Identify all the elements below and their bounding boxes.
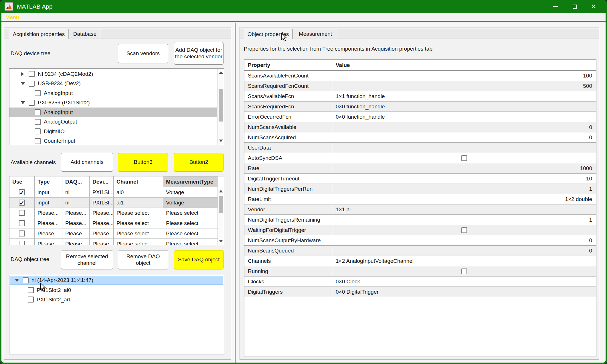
scroll-up-arrow-icon[interactable] bbox=[219, 71, 223, 74]
chevron-down-icon[interactable] bbox=[15, 279, 20, 282]
daq-cell[interactable]: Please... bbox=[62, 239, 90, 245]
tree-item[interactable]: PXI1Slot2_ai0 bbox=[10, 285, 223, 295]
scroll-down-arrow-icon[interactable] bbox=[219, 240, 223, 242]
device-cell[interactable]: PXI1Sl... bbox=[90, 198, 114, 208]
add-channels-button[interactable]: Add channels bbox=[61, 153, 113, 172]
property-row[interactable]: ScansRequiredFcn0×0 function_handle bbox=[244, 102, 596, 112]
use-checkbox[interactable] bbox=[19, 200, 25, 206]
use-checkbox[interactable] bbox=[19, 220, 25, 226]
property-row[interactable]: Rate1000 bbox=[244, 163, 596, 174]
table-row[interactable]: Please...Please...Please...Please select… bbox=[9, 239, 224, 245]
device-cell[interactable]: Please... bbox=[90, 218, 114, 228]
tree-item[interactable]: AnalogInput bbox=[9, 108, 217, 117]
property-row[interactable]: AutoSyncDSA bbox=[244, 153, 596, 163]
table-row[interactable]: inputniPXI1Sl...ai0Voltage bbox=[9, 187, 224, 198]
menu-item-menu[interactable]: Menu bbox=[5, 13, 19, 22]
remove-daq-object-button[interactable]: Remove DAQ object bbox=[118, 250, 168, 269]
tree-item[interactable]: USB-9234 (Dev2) bbox=[9, 79, 217, 89]
property-checkbox[interactable] bbox=[461, 268, 467, 274]
property-row[interactable]: ScansRequiredFcnCount500 bbox=[244, 81, 596, 91]
tree-item[interactable]: AnalogOutput bbox=[9, 117, 217, 127]
tree-item[interactable]: ni (14-Apr-2023 11:41:47) bbox=[10, 276, 223, 285]
daq-cell[interactable]: ni bbox=[62, 187, 90, 197]
daq-cell[interactable]: Please... bbox=[62, 228, 90, 238]
measurement-cell[interactable]: Please select bbox=[163, 228, 218, 238]
device-tree-scrollbar[interactable] bbox=[218, 69, 224, 145]
use-checkbox[interactable] bbox=[19, 241, 25, 245]
column-header-measurementtype[interactable]: MeasurementType bbox=[163, 176, 218, 187]
channel-cell[interactable]: ai1 bbox=[114, 198, 163, 208]
tab-acquisition-properties[interactable]: Acquisition properties bbox=[9, 29, 69, 39]
type-cell[interactable]: Please... bbox=[35, 218, 62, 228]
property-row[interactable]: DigitalTriggerTimeout10 bbox=[244, 174, 596, 184]
tab-database[interactable]: Database bbox=[69, 29, 101, 39]
property-checkbox[interactable] bbox=[461, 227, 467, 233]
channel-cell[interactable]: ai0 bbox=[114, 187, 163, 197]
tree-item-checkbox[interactable] bbox=[35, 90, 41, 96]
table-row[interactable]: Please...Please...Please...Please select… bbox=[9, 218, 224, 228]
property-row[interactable]: Channels1×2 AnalogInputVoltageChannel bbox=[244, 256, 596, 266]
tab-measurement[interactable]: Measurement bbox=[292, 29, 338, 39]
save-daq-object-button[interactable]: Save DAQ object bbox=[174, 250, 224, 269]
column-header-devi[interactable]: Devi... bbox=[90, 176, 114, 187]
type-cell[interactable]: Please... bbox=[35, 239, 62, 245]
tree-item-checkbox[interactable] bbox=[29, 100, 35, 106]
device-cell[interactable]: Please... bbox=[90, 208, 114, 218]
property-row[interactable]: NumScansAvailable0 bbox=[244, 122, 596, 132]
table-row[interactable]: inputniPXI1Sl...ai1Voltage bbox=[9, 198, 224, 208]
maximize-button[interactable] bbox=[565, 0, 584, 13]
tree-item[interactable]: PXI1Slot2_ai1 bbox=[10, 295, 223, 304]
scroll-down-arrow-icon[interactable] bbox=[219, 140, 223, 142]
measurement-cell[interactable]: Voltage bbox=[163, 187, 218, 197]
property-row[interactable]: Vendor1×1 ni bbox=[244, 204, 596, 215]
column-header-daq[interactable]: DAQ... bbox=[62, 176, 90, 187]
tree-item-checkbox[interactable] bbox=[35, 109, 41, 115]
property-row[interactable]: DigitalTriggers0×0 DigitalTrigger bbox=[244, 287, 596, 297]
daq-cell[interactable]: Please... bbox=[62, 208, 90, 218]
device-cell[interactable]: Please... bbox=[90, 239, 114, 245]
chevron-down-icon[interactable] bbox=[21, 101, 26, 104]
measurement-cell[interactable]: Please select bbox=[163, 239, 218, 245]
scrollbar-thumb[interactable] bbox=[219, 89, 223, 122]
tree-item-checkbox[interactable] bbox=[28, 287, 34, 293]
column-header-channel[interactable]: Channel bbox=[114, 176, 163, 187]
tree-item-checkbox[interactable] bbox=[29, 81, 35, 87]
tab-object-properties[interactable]: Object properties bbox=[244, 29, 292, 39]
property-row[interactable]: WaitingForDigitalTrigger bbox=[244, 225, 596, 235]
daq-cell[interactable]: Please... bbox=[62, 218, 90, 228]
tree-item-checkbox[interactable] bbox=[29, 71, 35, 77]
tree-item[interactable]: DigitalIO bbox=[9, 127, 217, 136]
device-cell[interactable]: PXI1Sl... bbox=[90, 187, 114, 197]
use-checkbox[interactable] bbox=[19, 230, 25, 236]
add-daq-object-button[interactable]: Add DAQ object for the selected vendor bbox=[174, 42, 224, 65]
property-row[interactable]: NumScansAcquired0 bbox=[244, 132, 596, 143]
tree-item[interactable]: PXI-6259 (PXI1Slot2) bbox=[9, 98, 217, 108]
channel-cell[interactable]: Please select bbox=[114, 208, 163, 218]
type-cell[interactable]: Please... bbox=[35, 208, 62, 218]
tree-item-checkbox[interactable] bbox=[35, 138, 41, 144]
property-row[interactable]: UserData bbox=[244, 143, 596, 153]
daq-cell[interactable]: ni bbox=[62, 198, 90, 208]
property-row[interactable]: NumScansOutputByHardware0 bbox=[244, 235, 596, 246]
use-checkbox[interactable] bbox=[19, 189, 25, 195]
measurement-cell[interactable]: Please select bbox=[163, 208, 218, 218]
column-header-use[interactable]: Use bbox=[9, 176, 35, 187]
property-row[interactable]: RateLimit1×2 double bbox=[244, 194, 596, 204]
chevron-right-icon[interactable] bbox=[21, 72, 26, 76]
tree-item[interactable]: CounterInput bbox=[9, 136, 217, 145]
tree-item[interactable]: NI 9234 (cDAQ2Mod2) bbox=[9, 69, 217, 79]
table-row[interactable]: Please...Please...Please...Please select… bbox=[9, 208, 224, 218]
close-button[interactable]: ✕ bbox=[584, 0, 603, 13]
tree-item-checkbox[interactable] bbox=[23, 277, 29, 283]
chevron-down-icon[interactable] bbox=[21, 82, 26, 85]
button2[interactable]: Button2 bbox=[174, 153, 224, 172]
property-row[interactable]: ErrorOccurredFcn0×0 function_handle bbox=[244, 112, 596, 122]
tree-item[interactable]: AnalogInput bbox=[9, 88, 217, 98]
type-cell[interactable]: input bbox=[35, 198, 62, 208]
table-row[interactable]: Please...Please...Please...Please select… bbox=[9, 228, 224, 239]
minimize-button[interactable] bbox=[546, 0, 565, 13]
channel-cell[interactable]: Please select bbox=[114, 228, 163, 238]
tree-item-checkbox[interactable] bbox=[28, 297, 34, 303]
tree-item-checkbox[interactable] bbox=[35, 128, 41, 134]
button3[interactable]: Button3 bbox=[118, 153, 168, 172]
